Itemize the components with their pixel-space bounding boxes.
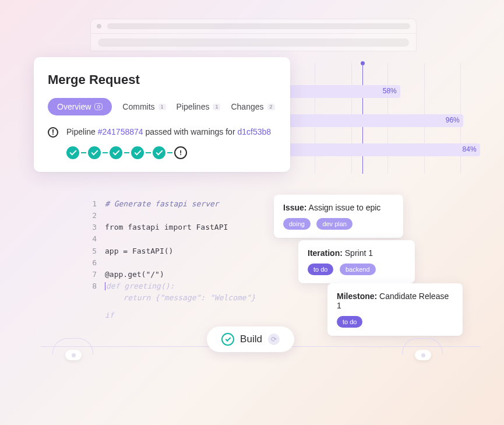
- window-dot-icon: [97, 24, 101, 29]
- pipeline-status-text: Pipeline #241758874 passed with warnings…: [66, 126, 271, 138]
- chart-bar-value: 58%: [383, 87, 397, 95]
- code-ghost-line: if: [105, 310, 114, 321]
- browser-tabs-bar: [91, 19, 416, 33]
- tab-count: 0: [94, 103, 103, 110]
- stage-success-icon[interactable]: [131, 146, 144, 159]
- tab-pipelines[interactable]: Pipelines 1: [177, 99, 221, 115]
- tab-overview[interactable]: Overview 0: [48, 98, 112, 115]
- warning-icon: !: [48, 127, 58, 138]
- pipeline-id-link[interactable]: #241758874: [98, 127, 143, 136]
- code-line: from fastapi import FastAPI: [105, 222, 228, 233]
- tab-label: Changes: [231, 102, 263, 111]
- label-pill[interactable]: doing: [283, 218, 311, 230]
- milestone-title: Milestone: Candidate Release 1: [337, 291, 453, 310]
- tab-label: Overview: [57, 102, 91, 111]
- mr-tabs: Overview 0 Commits 1 Pipelines 1 Changes…: [48, 98, 276, 115]
- tab-count: 2: [267, 104, 275, 110]
- label-pill[interactable]: backend: [340, 264, 376, 275]
- browser-url-placeholder: [98, 38, 409, 47]
- code-line: @app.get("/"): [105, 269, 164, 280]
- refresh-icon[interactable]: ⟳: [268, 333, 280, 345]
- stage-success-icon[interactable]: [66, 146, 79, 159]
- commit-sha-link[interactable]: d1cf53b8: [237, 127, 271, 136]
- iteration-card[interactable]: Iteration: Sprint 1 to do backend: [298, 240, 415, 283]
- tab-label: Commits: [122, 102, 154, 111]
- chart-bar-value: 96%: [446, 116, 460, 124]
- iteration-title: Iteration: Sprint 1: [308, 248, 406, 258]
- stage-warning-icon[interactable]: !: [174, 146, 187, 159]
- dot-icon: [72, 353, 76, 357]
- tab-label: Pipelines: [177, 102, 210, 111]
- flow-node-small[interactable]: [65, 350, 82, 360]
- page-title: Merge Request: [48, 72, 276, 87]
- milestone-card[interactable]: Milestone: Candidate Release 1 to do: [327, 283, 463, 336]
- browser-url-row: [91, 33, 416, 51]
- chart-marker-dot-icon: [361, 61, 365, 65]
- merge-request-card: Merge Request Overview 0 Commits 1 Pipel…: [34, 57, 290, 172]
- code-line: app = FastAPI(): [105, 245, 173, 257]
- chart-bar: 84%: [279, 143, 480, 156]
- build-label: Build: [240, 333, 262, 345]
- flow-node-small[interactable]: [415, 350, 431, 360]
- issue-title: Issue: Assign issue to epic: [283, 203, 394, 212]
- chart-bar: 58%: [279, 85, 400, 98]
- stage-success-icon[interactable]: [88, 146, 101, 159]
- pipeline-stages: !: [66, 146, 276, 159]
- browser-tab-placeholder: [107, 23, 410, 29]
- cursor-icon: [105, 282, 105, 290]
- chart-bar: 96%: [279, 114, 463, 127]
- dot-icon: [421, 353, 425, 357]
- code-snippet: 1# Generate fastapi server 2 3from fasta…: [89, 198, 275, 321]
- tab-commits[interactable]: Commits 1: [122, 99, 165, 115]
- chart-bar-value: 84%: [463, 145, 477, 153]
- issue-card[interactable]: Issue: Assign issue to epic doing dev pl…: [274, 195, 403, 238]
- stage-success-icon[interactable]: [110, 146, 122, 159]
- build-node[interactable]: Build ⟳: [207, 326, 294, 352]
- browser-window-mock: [90, 19, 417, 51]
- label-pill[interactable]: to do: [337, 316, 362, 328]
- pipeline-status-row: ! Pipeline #241758874 passed with warnin…: [48, 126, 276, 138]
- tab-changes[interactable]: Changes 2: [231, 99, 274, 115]
- label-pill[interactable]: to do: [308, 264, 333, 275]
- tab-count: 1: [158, 104, 166, 110]
- check-circle-icon: [221, 333, 234, 346]
- code-ghost-line: return {"message": "Welcome"}: [105, 292, 255, 304]
- label-pill[interactable]: dev plan: [316, 218, 353, 230]
- code-line: def greeting():: [105, 280, 174, 292]
- stage-success-icon[interactable]: [153, 146, 165, 159]
- code-line: # Generate fastapi server: [105, 198, 219, 210]
- tab-count: 1: [213, 104, 220, 110]
- progress-chart: 58% 96% 84%: [274, 63, 484, 174]
